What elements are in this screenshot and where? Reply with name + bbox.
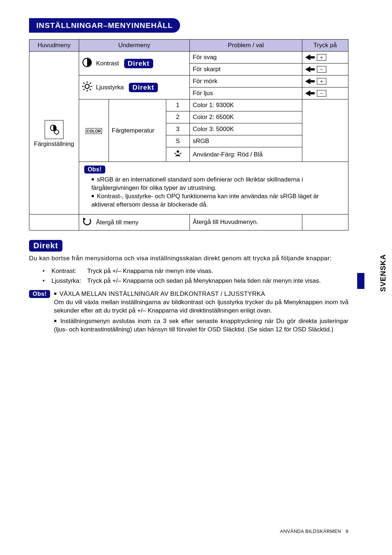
direkt-ljus-label: Ljusstyrka: <box>51 276 86 286</box>
obs2-close: Inställningsmenyn avslutas inom ca 3 sek… <box>54 317 348 334</box>
obs-note-cell: Obs! sRGB är en internationell standard … <box>79 162 348 215</box>
fargtemperatur-label: Färgtemperatur <box>109 99 166 162</box>
obs2-close-text: Inställningsmenyn avslutas inom ca 3 sek… <box>54 318 348 333</box>
page-title: INSTÄLLNINGAR–MENYINNEHÅLL <box>29 18 180 33</box>
left-arrow-icon <box>305 54 315 60</box>
obs2-switch: VÄXLA MELLAN INSTÄLLNINGAR AV BILDKONTRA… <box>54 290 348 315</box>
huvud-empty <box>29 214 79 230</box>
obs-badge: Obs! <box>84 166 105 174</box>
opt-3: 3 <box>166 123 189 135</box>
anv-farg: Användar-Färg: Röd / Blå <box>189 147 302 162</box>
minus-button-icon: − <box>317 90 326 97</box>
color2: Color 2: 6500K <box>189 111 302 123</box>
direkt-badge: Direkt <box>129 83 158 92</box>
submenu-kontrast: Kontrast Direkt <box>79 52 189 76</box>
col-problem: Problem / val <box>189 40 302 52</box>
brightness-icon <box>82 81 94 93</box>
language-label: SVENSKA <box>379 254 387 292</box>
footer-text: ANVÄNDA BILDSKÄRMEN <box>280 529 341 534</box>
col-undermeny: Undermeny <box>79 40 189 52</box>
color3: Color 3: 5000K <box>189 123 302 135</box>
minus-button-icon: − <box>317 66 326 73</box>
direkt-bullets: Kontrast: Tryck på +/– Knapparna när men… <box>41 266 322 287</box>
plus-button-icon: + <box>317 54 326 61</box>
opt-s: S <box>166 135 189 147</box>
prob-for-ljus: För ljus <box>189 87 302 99</box>
srgb: sRGB <box>189 135 302 147</box>
col-tryck: Tryck på <box>302 40 348 52</box>
user-color-icon <box>174 150 182 158</box>
plus-button-icon: + <box>317 78 326 85</box>
direkt-heading: Direkt <box>29 240 62 252</box>
language-indicator-bar <box>357 273 364 289</box>
prob-for-svag: För svag <box>189 52 302 64</box>
press-plus: + <box>302 52 348 64</box>
obs-badge-2: Obs! <box>29 290 50 298</box>
huvudmeny-cell: Färginställning <box>29 52 79 215</box>
direkt-badge: Direkt <box>124 59 153 68</box>
return-icon <box>82 217 94 228</box>
opt-user <box>166 147 189 162</box>
press-minus: − <box>302 64 348 76</box>
obs2-switch-title: VÄXLA MELLAN INSTÄLLNINGAR AV BILDKONTRA… <box>60 290 265 297</box>
settings-table: Huvudmeny Undermeny Problem / val Tryck … <box>29 39 348 230</box>
prob-for-mork: För mörk <box>189 76 302 87</box>
press-minus: − <box>302 87 348 99</box>
prob-for-skarpt: För skarpt <box>189 64 302 76</box>
direkt-kontrast-label: Kontrast: <box>51 266 86 276</box>
direkt-ljus-text: Tryck på +/– Knapparna och sedan på Meny… <box>87 276 321 286</box>
left-arrow-icon <box>305 66 315 72</box>
press-empty <box>302 214 348 230</box>
ljusstyrka-label: Ljusstyrka <box>96 84 124 91</box>
left-arrow-icon <box>305 90 315 96</box>
page-footer: ANVÄNDA BILDSKÄRMEN 9 <box>280 529 348 534</box>
color1: Color 1: 9300K <box>189 99 302 111</box>
contrast-icon <box>82 57 94 69</box>
obs2-switch-text: Om du vill växla mellan inställningarna … <box>54 299 348 314</box>
color-settings-icon <box>45 120 64 139</box>
aterga-desc: Återgå till Huvudmenyn. <box>189 214 302 230</box>
huvudmeny-label: Färginställning <box>34 140 74 147</box>
aterga-label: Återgå till meny <box>96 219 138 225</box>
kontrast-label: Kontrast <box>96 60 119 67</box>
color-badge-cell: COLOR <box>79 99 109 162</box>
direkt-kontrast-text: Tryck på +/– Knapparna när menyn inte vi… <box>87 266 321 276</box>
submenu-ljusstyrka: Ljusstyrka Direkt <box>79 76 189 99</box>
press-plus: + <box>302 76 348 87</box>
direkt-intro: Du kan bortse från menysidorna och visa … <box>29 254 348 263</box>
opt-1: 1 <box>166 99 189 111</box>
press-empty <box>302 99 348 162</box>
opt-2: 2 <box>166 111 189 123</box>
footer-page: 9 <box>346 529 348 534</box>
obs-note-blocked: Kontrast-, ljusstyrke- och OPQ funktione… <box>91 192 343 209</box>
submenu-aterga: Återgå till meny <box>79 214 189 230</box>
obs-note-srgb: sRGB är en internationell standard som d… <box>91 176 343 192</box>
left-arrow-icon <box>305 78 315 84</box>
col-huvudmeny: Huvudmeny <box>29 40 79 52</box>
color-badge: COLOR <box>86 128 102 134</box>
